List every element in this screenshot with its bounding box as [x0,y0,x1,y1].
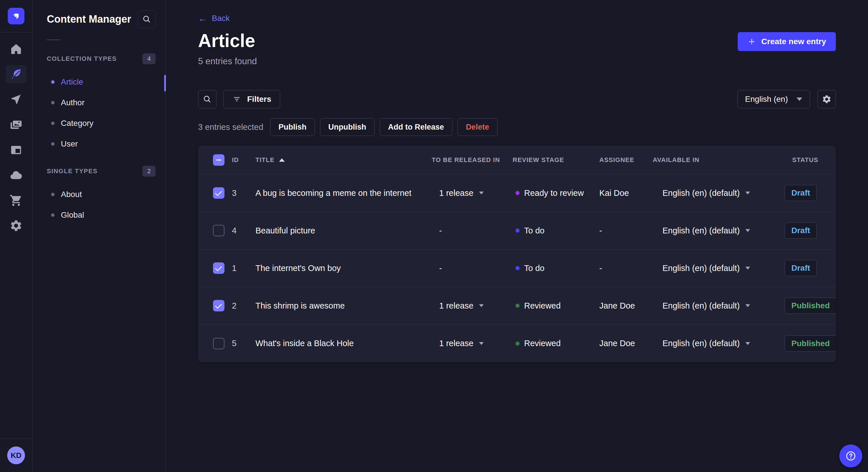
deploy-cloud-icon[interactable] [6,166,26,184]
nav-rail: KD [0,0,32,472]
column-id[interactable]: ID [227,156,251,164]
row-checkbox[interactable] [213,300,224,311]
add-to-release-button[interactable]: Add to Release [380,118,453,136]
release-dropdown[interactable]: - [424,226,507,235]
review-stage: Reviewed [507,339,593,348]
help-button[interactable] [839,444,862,467]
bullet-icon [51,213,55,217]
page-title: Article [198,30,255,52]
section-label: SINGLE TYPES [47,167,98,175]
media-library-icon[interactable] [6,115,26,134]
marketplace-cart-icon[interactable] [6,191,26,210]
filters-button[interactable]: Filters [223,90,280,108]
stage-dot-icon [516,341,520,345]
content-type-builder-icon[interactable] [6,141,26,159]
chevron-down-icon [479,192,484,194]
assignee: - [593,226,646,235]
column-to-be-released-in[interactable]: TO BE RELEASED IN [424,156,507,164]
locale-dropdown[interactable]: English (en) (default) [646,301,778,310]
stage-label: Reviewed [524,301,561,310]
status-badge: Draft [785,185,817,201]
sidebar-item-label: About [61,190,82,199]
locale-dropdown[interactable]: English (en) (default) [646,226,778,235]
strapi-logo[interactable] [8,8,24,24]
locale-select[interactable]: English (en) [737,90,810,108]
sidebar-item-author[interactable]: Author [32,92,165,113]
entry-id: 5 [227,339,251,348]
content-manager-sidebar: Content Manager COLLECTION TYPES 4 Artic… [32,0,166,472]
sidebar-item-about[interactable]: About [32,184,165,205]
gear-icon [822,94,832,104]
sidebar-item-global[interactable]: Global [32,205,165,225]
home-icon[interactable] [6,40,26,58]
stage-label: To do [524,226,545,235]
entry-id: 1 [227,264,251,273]
stage-dot-icon [516,266,520,270]
back-link[interactable]: ← Back [198,14,229,23]
select-all-checkbox[interactable] [213,154,224,166]
release-dropdown[interactable]: 1 release [424,339,507,348]
status-badge: Published [785,336,836,351]
content-manager-icon[interactable] [6,65,26,83]
sidebar-section: SINGLE TYPES 2 About Global [32,166,165,225]
column-available-in[interactable]: AVAILABLE IN [646,156,778,164]
selection-count: 3 entries selected [198,123,263,132]
sidebar-sections: COLLECTION TYPES 4 Article Author Catego… [32,53,165,225]
settings-gear-icon[interactable] [6,216,26,235]
chevron-down-icon [745,267,750,270]
row-checkbox[interactable] [213,262,224,274]
locale-dropdown[interactable]: English (en) (default) [646,189,778,198]
locale-dropdown[interactable]: English (en) (default) [646,264,778,273]
stage-dot-icon [516,304,520,308]
sidebar-item-user[interactable]: User [32,134,165,154]
search-icon [142,14,152,24]
column-assignee[interactable]: ASSIGNEE [593,156,646,164]
stage-dot-icon [516,229,520,233]
assignee: - [593,264,646,273]
sidebar-search-button[interactable] [138,10,156,28]
search-button[interactable] [198,90,216,108]
column-title[interactable]: TITLE [251,156,424,164]
entry-title: This shrimp is awesome [251,301,424,310]
releases-icon[interactable] [6,90,26,109]
stage-dot-icon [516,191,520,195]
column-review-stage[interactable]: REVIEW STAGE [507,156,593,164]
question-mark-icon [845,450,857,462]
publish-button[interactable]: Publish [270,118,315,136]
entry-title: A bug is becoming a meme on the internet [251,189,424,198]
table-row[interactable]: 2 This shrimp is awesome 1 release Revie… [198,287,836,325]
column-status[interactable]: STATUS [778,156,836,164]
create-new-entry-button[interactable]: Create new entry [738,32,836,51]
bullet-icon [51,80,55,84]
entry-id: 2 [227,301,251,310]
row-checkbox[interactable] [213,338,224,349]
user-avatar[interactable]: KD [7,446,25,464]
delete-button[interactable]: Delete [458,118,497,136]
row-checkbox[interactable] [213,187,224,199]
stage-label: Ready to review [524,189,584,198]
sidebar-item-category[interactable]: Category [32,113,165,134]
sidebar-item-label: User [61,139,78,148]
review-stage: To do [507,226,593,235]
bullet-icon [51,101,55,104]
locale-dropdown[interactable]: English (en) (default) [646,339,778,348]
sidebar-item-article[interactable]: Article [32,72,165,92]
sidebar-item-label: Article [61,77,83,87]
table-body: 3 A bug is becoming a meme on the intern… [198,174,836,362]
table-row[interactable]: 5 What's inside a Black Hole 1 release R… [198,325,836,362]
back-label: Back [212,14,229,23]
release-dropdown[interactable]: - [424,264,507,273]
section-count-badge: 2 [143,166,156,177]
review-stage: Reviewed [507,301,593,310]
row-checkbox[interactable] [213,225,224,236]
list-settings-button[interactable] [817,90,836,108]
table-row[interactable]: 3 A bug is becoming a meme on the intern… [198,174,836,212]
table-row[interactable]: 4 Beautiful picture - To do - English (e… [198,212,836,249]
table-header: ID TITLE TO BE RELEASED IN REVIEW STAGE … [198,146,836,174]
entries-table: ID TITLE TO BE RELEASED IN REVIEW STAGE … [198,146,836,362]
sidebar-title: Content Manager [47,13,131,25]
table-row[interactable]: 1 The internet's Own boy - To do - Engli… [198,249,836,287]
release-dropdown[interactable]: 1 release [424,189,507,198]
release-dropdown[interactable]: 1 release [424,301,507,310]
unpublish-button[interactable]: Unpublish [320,118,375,136]
